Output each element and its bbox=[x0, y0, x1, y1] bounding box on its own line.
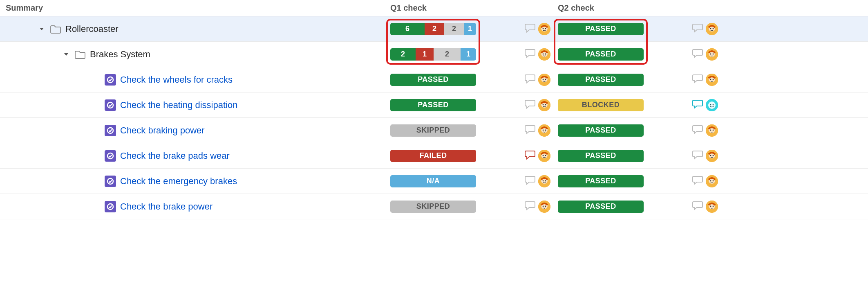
status-badge-passed[interactable]: PASSED bbox=[390, 99, 476, 111]
table-row[interactable]: Check the wheels for cracksPASSEDPASSED bbox=[0, 67, 868, 92]
svg-point-3 bbox=[545, 28, 546, 29]
table-row[interactable]: Brakes System2121PASSED bbox=[0, 42, 868, 67]
q2-cell-rollercoaster: PASSED bbox=[558, 20, 689, 38]
assignee-avatar[interactable] bbox=[538, 48, 550, 61]
svg-point-28 bbox=[543, 104, 544, 105]
test-case-link[interactable]: Check the heating dissipation bbox=[120, 100, 237, 110]
comment-icon[interactable] bbox=[692, 23, 703, 35]
q2-extras-rollercoaster bbox=[689, 23, 725, 35]
q1-extras-c1 bbox=[521, 73, 558, 86]
comment-icon[interactable] bbox=[524, 149, 536, 162]
segment-green[interactable]: 6 bbox=[390, 23, 425, 35]
segment-blue[interactable]: 1 bbox=[461, 48, 476, 61]
segment-blue[interactable]: 1 bbox=[464, 23, 476, 35]
segment-grey[interactable]: 2 bbox=[444, 23, 464, 35]
folder-label[interactable]: Rollercoaster bbox=[65, 24, 119, 34]
comment-icon[interactable] bbox=[524, 175, 536, 187]
assignee-avatar[interactable] bbox=[706, 201, 718, 213]
status-badge-passed[interactable]: PASSED bbox=[558, 175, 644, 187]
chevron-down-icon[interactable] bbox=[38, 26, 45, 32]
assignee-avatar[interactable] bbox=[538, 150, 550, 162]
comment-icon[interactable] bbox=[524, 73, 536, 86]
segment-red[interactable]: 1 bbox=[416, 48, 434, 61]
table-row[interactable]: Check the heating dissipationPASSEDBLOCK… bbox=[0, 92, 868, 118]
assignee-avatar[interactable] bbox=[706, 150, 718, 162]
q1-extras-c2 bbox=[521, 99, 558, 111]
svg-point-32 bbox=[710, 104, 711, 105]
comment-icon[interactable] bbox=[692, 149, 703, 162]
assignee-avatar[interactable] bbox=[538, 23, 550, 35]
test-case-link[interactable]: Check the brake pads wear bbox=[120, 151, 230, 161]
status-badge-passed[interactable]: PASSED bbox=[558, 23, 644, 35]
summary-cell: Rollercoaster bbox=[0, 20, 390, 38]
col-header-q2[interactable]: Q2 check bbox=[558, 0, 689, 16]
status-badge-blocked[interactable]: BLOCKED bbox=[558, 99, 644, 111]
comment-icon[interactable] bbox=[692, 200, 703, 213]
q2-extras-c4 bbox=[689, 149, 725, 162]
assignee-avatar[interactable] bbox=[706, 175, 718, 187]
col-header-q1[interactable]: Q1 check bbox=[390, 0, 521, 16]
q1-cell-brakes-system: 2121 bbox=[390, 45, 521, 64]
assignee-avatar[interactable] bbox=[538, 175, 550, 187]
chevron-down-icon[interactable] bbox=[63, 51, 69, 58]
svg-point-6 bbox=[710, 28, 711, 29]
comment-icon[interactable] bbox=[524, 23, 536, 35]
status-badge-passed[interactable]: PASSED bbox=[558, 74, 644, 86]
status-badge-passed[interactable]: PASSED bbox=[558, 48, 644, 61]
q2-extras-c5 bbox=[689, 175, 725, 187]
status-badge-passed[interactable]: PASSED bbox=[558, 150, 644, 162]
comment-icon[interactable] bbox=[692, 73, 703, 86]
comment-icon[interactable] bbox=[524, 99, 536, 111]
comment-icon[interactable] bbox=[524, 48, 536, 61]
folder-label[interactable]: Brakes System bbox=[90, 49, 150, 60]
svg-point-60 bbox=[713, 180, 714, 181]
status-badge-passed[interactable]: PASSED bbox=[390, 74, 476, 86]
comment-icon[interactable] bbox=[524, 124, 536, 137]
svg-point-33 bbox=[713, 104, 714, 105]
status-badge-skipped[interactable]: SKIPPED bbox=[390, 201, 476, 213]
comment-icon[interactable] bbox=[692, 48, 703, 61]
status-badge-passed[interactable]: PASSED bbox=[558, 201, 644, 213]
status-badge-passed[interactable]: PASSED bbox=[558, 124, 644, 137]
comment-icon[interactable] bbox=[692, 175, 703, 187]
table-row[interactable]: Check the emergency brakesN/APASSED bbox=[0, 169, 868, 194]
assignee-avatar[interactable] bbox=[706, 74, 718, 86]
comment-icon[interactable] bbox=[524, 200, 536, 213]
svg-point-42 bbox=[713, 129, 714, 131]
summary-cell: Check the brake power bbox=[0, 198, 390, 216]
test-case-link[interactable]: Check braking power bbox=[120, 125, 205, 136]
test-case-link[interactable]: Check the brake power bbox=[120, 201, 213, 212]
svg-point-24 bbox=[713, 79, 714, 80]
table-row[interactable]: Check the brake powerSKIPPEDPASSED bbox=[0, 194, 868, 219]
table-row[interactable]: Check the brake pads wearFAILEDPASSED bbox=[0, 143, 868, 169]
summary-cell: Check the brake pads wear bbox=[0, 147, 390, 165]
comment-icon[interactable] bbox=[692, 124, 703, 137]
status-badge-na[interactable]: N/A bbox=[390, 175, 476, 187]
table-row[interactable]: Rollercoaster6221PASSED bbox=[0, 16, 868, 42]
segment-grey[interactable]: 2 bbox=[434, 48, 461, 61]
test-case-link[interactable]: Check the wheels for cracks bbox=[120, 74, 233, 85]
table-row[interactable]: Check braking powerSKIPPEDPASSED bbox=[0, 118, 868, 143]
assignee-avatar[interactable] bbox=[538, 99, 550, 111]
svg-point-31 bbox=[708, 101, 716, 109]
assignee-avatar[interactable] bbox=[706, 48, 718, 61]
q1-extras-c3 bbox=[521, 124, 558, 137]
status-segment-bar[interactable]: 2121 bbox=[390, 48, 476, 61]
segment-green[interactable]: 2 bbox=[390, 48, 416, 61]
comment-icon[interactable] bbox=[692, 99, 703, 111]
col-header-summary[interactable]: Summary bbox=[0, 0, 390, 16]
q2-cell-c3: PASSED bbox=[558, 121, 689, 140]
assignee-avatar[interactable] bbox=[706, 23, 718, 35]
assignee-avatar[interactable] bbox=[538, 124, 550, 137]
summary-cell: Brakes System bbox=[0, 46, 390, 63]
assignee-avatar[interactable] bbox=[538, 74, 550, 86]
summary-cell: Check the wheels for cracks bbox=[0, 71, 390, 89]
test-case-link[interactable]: Check the emergency brakes bbox=[120, 176, 237, 187]
status-badge-failed[interactable]: FAILED bbox=[390, 150, 476, 162]
status-badge-skipped[interactable]: SKIPPED bbox=[390, 124, 476, 137]
assignee-avatar[interactable] bbox=[538, 201, 550, 213]
assignee-avatar[interactable] bbox=[706, 99, 718, 111]
status-segment-bar[interactable]: 6221 bbox=[390, 23, 476, 35]
segment-red[interactable]: 2 bbox=[425, 23, 444, 35]
assignee-avatar[interactable] bbox=[706, 124, 718, 137]
